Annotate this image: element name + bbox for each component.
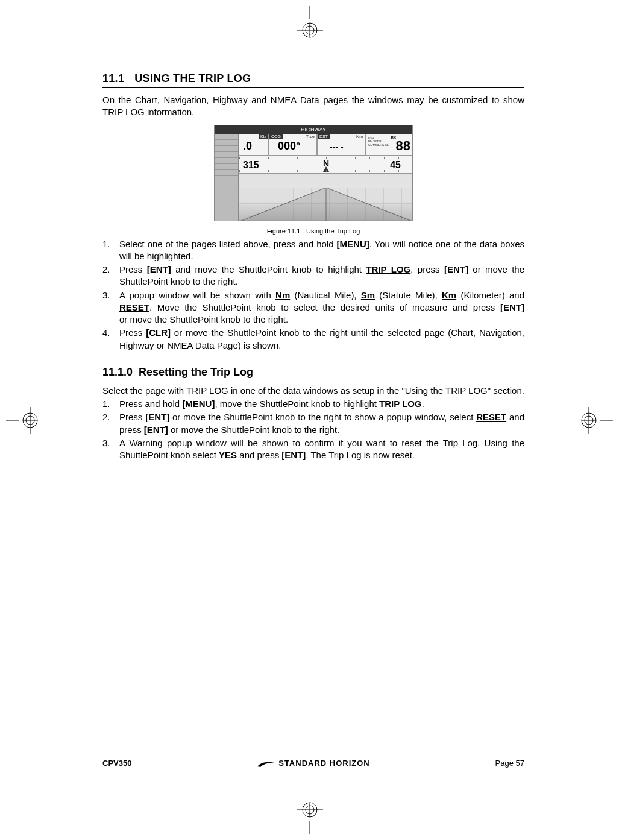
key-ent: [ENT] [281,450,306,460]
t: , press [410,264,444,274]
page-content: 11.1 USING THE TRIP LOG On the Chart, Na… [102,72,524,473]
key-clr: [CLR] [146,327,171,338]
figure-left-scale [215,134,239,221]
step-3: 3. A popup window will be shown with Nm … [102,289,524,326]
steps-list-1: 1. Select one of the pages listed above,… [102,238,524,352]
t: . Move the ShuttlePoint knob to select t… [149,302,500,312]
dst-value: --- - [330,142,344,151]
subsection-title-text: Resetting the Trip Log [139,366,253,378]
sog-unit: Kts [259,134,268,139]
section-title-text: USING THE TRIP LOG [134,72,251,84]
t: . The Trip Log is now reset. [306,450,415,460]
key-ent: [ENT] [144,425,168,435]
t: or move the ShuttlePoint knob to the rig… [169,412,476,422]
page-footer: CPV350 STANDARD HORIZON Page 57 [102,756,524,768]
registration-mark-left [6,402,42,438]
dst-unit: Nm [354,134,365,139]
dst-label: DST [318,134,330,139]
t: Press and hold [119,399,182,409]
option-km: Km [442,290,456,300]
t: (Nautical Mile), [290,290,361,300]
brand-swoosh-icon [257,759,275,768]
t: Press [119,412,145,422]
intro2-paragraph: Select the page with TRIP LOG in one of … [102,385,524,397]
option-reset: RESET [476,412,506,422]
ch-small-3: COMMERCIAL [368,144,389,147]
t: (Statute Mile), [375,290,442,300]
screenshot-figure: HIGHWAY Kts .0 COG True 000° [214,125,413,221]
footer-brand: STANDARD HORIZON [257,759,370,768]
t: or move the ShuttlePoint knob to the rig… [119,314,288,326]
cog-value: 000° [278,140,300,153]
t: Press [119,264,147,274]
registration-mark-top [292,6,328,42]
step-1: 1. Press and hold [MENU], move the Shutt… [102,398,524,410]
t: A popup window will be shown with [119,290,275,300]
footer-rule [102,756,524,756]
heading-right: 45 [390,160,401,171]
steps-list-2: 1. Press and hold [MENU], move the Shutt… [102,398,524,461]
menu-trip-log: TRIP LOG [379,399,422,409]
ch-value: 88 [396,138,410,154]
subsection-heading: 11.1.0 Resetting the Trip Log [102,366,524,379]
footer-brand-text: STANDARD HORIZON [278,759,370,768]
footer-model: CPV350 [102,759,131,768]
option-yes: YES [219,450,237,460]
key-menu: [MENU] [337,239,369,249]
t: Press [119,327,146,338]
key-ent: [ENT] [147,264,171,274]
cog-unit: True [304,134,316,139]
step-2: 2. Press [ENT] and move the ShuttlePoint… [102,264,524,288]
key-menu: [MENU] [182,399,215,409]
figure-caption: Figure 11.1 - Using the Trip Log [102,227,524,235]
option-nm: Nm [275,290,290,300]
cog-label: COG [269,134,283,139]
heading-left: 315 [243,160,259,171]
t: Select one of the pages listed above, pr… [119,239,337,249]
option-sm: Sm [361,290,375,300]
figure-highway-icon [239,188,413,221]
intro-paragraph: On the Chart, Navigation, Highway and NM… [102,94,524,119]
t: . [422,399,424,409]
key-ent: [ENT] [145,412,169,422]
section-number: 11.1 [102,72,131,85]
t: (Kilometer) and [456,290,524,300]
option-reset: RESET [119,302,149,312]
figure-header: HIGHWAY [215,125,412,134]
section-rule [102,87,524,88]
step-4: 4. Press [CLR] or move the ShuttlePoint … [102,327,524,352]
t: and press [237,450,281,460]
sog-value: .0 [243,140,252,153]
t: or move the ShuttlePoint knob to the rig… [119,327,524,350]
footer-page-number: Page 57 [495,759,524,768]
step-2: 2. Press [ENT] or move the ShuttlePoint … [102,411,524,436]
step-3: 3. A Warning popup window will be shown … [102,437,524,462]
key-ent: [ENT] [444,264,468,274]
subsection-number: 11.1.0 [102,366,133,378]
registration-mark-bottom [292,798,328,834]
t: and move the ShuttlePoint knob to highli… [171,264,366,274]
figure-block: HIGHWAY Kts .0 COG True 000° [102,125,524,235]
t: or move the ShuttlePoint knob to the rig… [168,425,339,435]
step-1: 1. Select one of the pages listed above,… [102,238,524,263]
key-ent: [ENT] [500,302,524,312]
t: , move the ShuttlePoint knob to highligh… [215,399,379,409]
section-heading: 11.1 USING THE TRIP LOG [102,72,524,85]
registration-mark-right [577,402,613,438]
menu-trip-log: TRIP LOG [366,264,410,274]
